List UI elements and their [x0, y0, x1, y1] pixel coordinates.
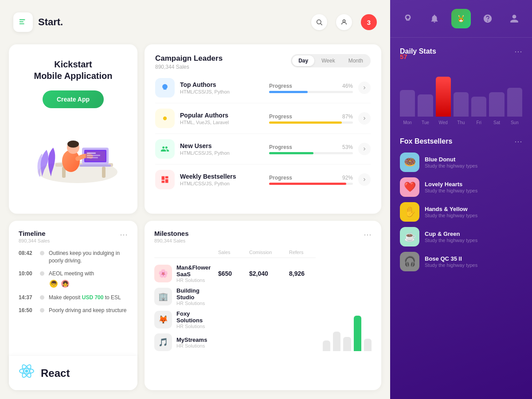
svg-point-3	[317, 20, 321, 24]
svg-point-20	[163, 117, 167, 120]
daily-stats-dots[interactable]: ⋯	[514, 47, 522, 56]
tl-text: Poorly driving and keep structure	[49, 307, 126, 314]
fox-bestsellers-list: 🍩 Blue Donut Study the highway types ❤️ …	[400, 153, 522, 271]
row-progress: Progress 46%	[269, 83, 353, 93]
fox-bestsellers: Fox Bestsellers ⋯ 🍩 Blue Donut Study the…	[390, 129, 532, 399]
tl-time: 08:42	[19, 250, 35, 256]
fb-item[interactable]: ✋ Hands & Yellow Study the highway types	[400, 202, 522, 222]
sidebar-icons	[390, 0, 532, 38]
ms-sub: HR Solutions	[176, 301, 214, 306]
fb-item[interactable]: ☕ Cup & Green Study the highway types	[400, 227, 522, 246]
fb-thumb: ☕	[400, 227, 419, 246]
timeline-dots[interactable]: ⋯	[120, 230, 128, 239]
header-right: 3	[311, 14, 377, 30]
fb-thumb: 🎧	[400, 252, 419, 271]
tab-week[interactable]: Week	[315, 55, 341, 66]
row-chevron[interactable]	[358, 82, 371, 94]
notification-badge[interactable]: 3	[361, 14, 377, 30]
chart-day-label: Sat	[489, 120, 504, 125]
ms-commission: $2,040	[249, 270, 285, 277]
fb-item[interactable]: 🎧 Bose QC 35 II Study the highway types	[400, 252, 522, 271]
fb-thumb: 🍩	[400, 153, 419, 172]
milestones-header: Milestones 890,344 Sales ⋯	[154, 230, 372, 243]
sidebar-icon-fox[interactable]	[451, 9, 471, 28]
search-icon[interactable]	[311, 14, 327, 30]
fb-name: Hands & Yellow	[425, 206, 522, 212]
tab-day[interactable]: Day	[292, 55, 314, 66]
ms-icon: 🏢	[154, 288, 172, 305]
row-chevron[interactable]	[358, 112, 371, 125]
row-tags: HTML/CSS/JS, Python	[180, 89, 264, 94]
svg-rect-0	[20, 20, 25, 20]
milestone-bar	[323, 340, 330, 351]
svg-rect-1	[20, 21, 23, 22]
progress-bar-fill	[269, 121, 342, 124]
chart-day-label: Mon	[400, 120, 415, 125]
chart-area: 57	[400, 63, 522, 117]
chart-day-label: Sun	[507, 120, 522, 125]
fb-sub: Study the highway types	[425, 163, 522, 168]
react-logo-icon	[18, 362, 35, 384]
fb-name: Cup & Green	[425, 231, 522, 237]
main-area: Start. 3 Kickstart Mobile Application	[0, 0, 390, 399]
kickstart-title: Kickstart Mobile Application	[34, 59, 112, 82]
fb-item[interactable]: 🍩 Blue Donut Study the highway types	[400, 153, 522, 172]
sidebar-icon-notification[interactable]	[425, 9, 444, 28]
tl-text: Outlines keep you indulging in poorly dr…	[49, 250, 128, 265]
fb-name: Lovely Hearts	[425, 181, 522, 188]
daily-stats: Daily Stats ⋯ 57 MonTueWedThuFriSatSun	[390, 38, 532, 129]
chart-day-label: Thu	[454, 120, 469, 125]
timeline-subtitle: 890,344 Sales	[19, 238, 50, 243]
fb-item[interactable]: ❤️ Lovely Hearts Study the highway types	[400, 177, 522, 197]
campaign-card: Campaign Leaders 890,344 Sales Day Week …	[145, 44, 381, 214]
row-name: New Users	[180, 142, 264, 149]
ms-info: MyStreams HR Solutions	[176, 336, 214, 348]
ms-sub: HR Solutions	[176, 324, 214, 329]
sidebar-icon-user[interactable]	[505, 9, 524, 28]
fb-sub: Study the highway types	[425, 238, 522, 243]
milestones-table-header: Sales Comission Refers	[154, 250, 316, 258]
milestone-bar	[354, 316, 361, 351]
logo: Start.	[13, 12, 63, 32]
create-app-button[interactable]: Create App	[43, 90, 104, 108]
campaign-row: Top Authors HTML/CSS/JS, Python Progress…	[155, 73, 371, 103]
svg-point-5	[343, 20, 345, 22]
timeline-card: Timeline 890,344 Sales ⋯ 08:42 Outlines …	[9, 221, 137, 390]
row-name: Top Authors	[180, 81, 264, 88]
daily-stats-header: Daily Stats ⋯	[400, 47, 522, 56]
row-chevron[interactable]	[358, 173, 371, 186]
timeline-item: 14:37 Make deposit USD 700 to ESL	[19, 294, 128, 301]
milestone-row: 🦊 Foxy Solutions HR Solutions	[154, 310, 316, 329]
milestones-chart	[323, 251, 372, 351]
svg-rect-9	[102, 167, 106, 178]
timeline-title: Timeline	[19, 230, 50, 237]
milestones-subtitle: 890,344 Sales	[154, 238, 189, 243]
tab-month[interactable]: Month	[342, 55, 369, 66]
row-chevron[interactable]	[358, 143, 371, 155]
ms-icon: 🌸	[154, 265, 172, 282]
fb-name: Blue Donut	[425, 156, 522, 163]
progress-bar-bg	[269, 121, 353, 124]
ms-icon: 🦊	[154, 311, 172, 329]
fox-bestsellers-title: Fox Bestsellers	[400, 137, 452, 145]
ms-name: Foxy Solutions	[176, 310, 214, 324]
ms-info: Foxy Solutions HR Solutions	[176, 310, 214, 329]
progress-bar-bg	[269, 183, 353, 185]
fox-bestsellers-dots[interactable]: ⋯	[514, 137, 522, 146]
row-tags: HTML/CSS/JS, Python	[180, 150, 264, 156]
svg-rect-12	[80, 164, 111, 167]
user-icon[interactable]	[336, 14, 352, 30]
sidebar-icon-lightbulb[interactable]	[398, 9, 418, 28]
milestones-dots[interactable]: ⋯	[364, 230, 372, 239]
tl-time: 14:37	[19, 294, 35, 301]
tl-time: 10:00	[19, 270, 35, 277]
milestones-title: Milestones	[154, 230, 189, 237]
progress-bar-fill	[269, 183, 346, 185]
sidebar-icon-help[interactable]	[478, 9, 497, 28]
fox-bestsellers-header: Fox Bestsellers ⋯	[400, 137, 522, 146]
row-icon	[155, 78, 175, 98]
kickstart-card: Kickstart Mobile Application Create App	[9, 44, 137, 214]
fb-info: Cup & Green Study the highway types	[425, 231, 522, 243]
row-tags: HTML/CSS/JS, Python	[180, 181, 264, 186]
logo-text: Start.	[38, 16, 63, 28]
